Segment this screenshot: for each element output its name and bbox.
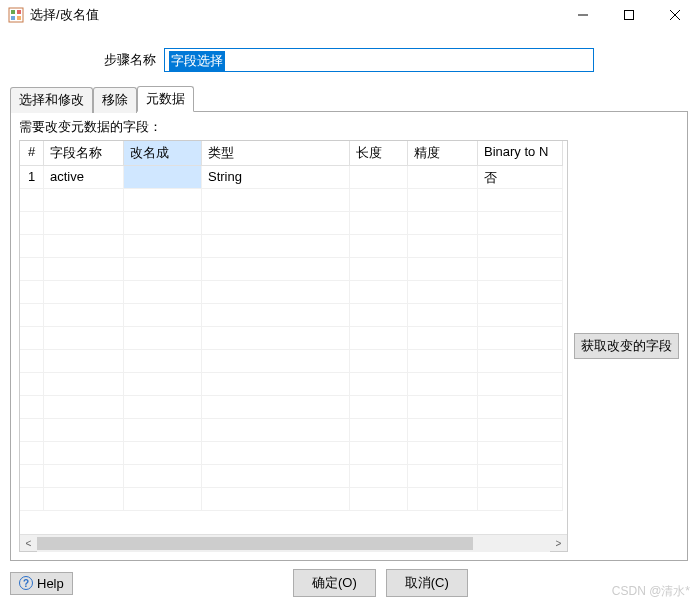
col-length[interactable]: 长度	[350, 141, 408, 166]
side-buttons: 获取改变的字段	[574, 140, 679, 552]
cell-precision[interactable]	[408, 166, 478, 189]
get-changed-fields-button[interactable]: 获取改变的字段	[574, 333, 679, 359]
scroll-right-icon[interactable]: >	[550, 535, 567, 552]
watermark: CSDN @清水*	[612, 583, 690, 600]
step-name-input[interactable]: 字段选择	[164, 48, 594, 72]
help-label: Help	[37, 576, 64, 591]
tab-metadata[interactable]: 元数据	[137, 86, 194, 112]
ok-button[interactable]: 确定(O)	[293, 569, 376, 597]
col-field-name[interactable]: 字段名称	[44, 141, 124, 166]
minimize-button[interactable]	[560, 0, 606, 30]
table-area: # 字段名称 改名成 类型 长度 精度 Binary to N 1 active	[19, 140, 679, 552]
table-row[interactable]: 1 active String 否	[20, 166, 567, 189]
svg-rect-1	[11, 10, 15, 14]
maximize-button[interactable]	[606, 0, 652, 30]
col-precision[interactable]: 精度	[408, 141, 478, 166]
help-button[interactable]: ? Help	[10, 572, 73, 595]
col-rename-to[interactable]: 改名成	[124, 141, 202, 166]
fields-table[interactable]: # 字段名称 改名成 类型 长度 精度 Binary to N 1 active	[19, 140, 568, 552]
svg-rect-6	[625, 10, 634, 19]
empty-rows: . . . . . . . . . . . . .	[20, 189, 567, 511]
help-icon: ?	[19, 576, 33, 590]
svg-rect-4	[17, 16, 21, 20]
col-binary[interactable]: Binary to N	[478, 141, 563, 166]
tabs-container: 选择和修改 移除 元数据 需要改变元数据的字段： # 字段名称 改名成 类型 长…	[10, 86, 688, 561]
titlebar: 选择/改名值	[0, 0, 698, 30]
scroll-left-icon[interactable]: <	[20, 535, 37, 552]
table-body: 1 active String 否 . . . .	[20, 166, 567, 534]
tab-select-modify[interactable]: 选择和修改	[10, 87, 93, 113]
table-header: # 字段名称 改名成 类型 长度 精度 Binary to N	[20, 141, 567, 166]
dialog-content: 步骤名称 字段选择 选择和修改 移除 元数据 需要改变元数据的字段： # 字段名…	[0, 30, 698, 561]
panel-description: 需要改变元数据的字段：	[19, 118, 679, 136]
tab-panel-metadata: 需要改变元数据的字段： # 字段名称 改名成 类型 长度 精度 Binary t…	[10, 111, 688, 561]
close-button[interactable]	[652, 0, 698, 30]
col-num[interactable]: #	[20, 141, 44, 166]
step-name-label: 步骤名称	[104, 51, 156, 69]
scroll-thumb[interactable]	[37, 537, 473, 550]
cell-field-name[interactable]: active	[44, 166, 124, 189]
cell-num[interactable]: 1	[20, 166, 44, 189]
window-controls	[560, 0, 698, 30]
scroll-track[interactable]	[37, 535, 550, 552]
step-name-row: 步骤名称 字段选择	[10, 48, 688, 72]
app-icon	[8, 7, 24, 23]
col-type[interactable]: 类型	[202, 141, 350, 166]
cancel-button[interactable]: 取消(C)	[386, 569, 468, 597]
tab-strip: 选择和修改 移除 元数据	[10, 86, 688, 112]
cell-rename-to[interactable]	[124, 166, 202, 189]
window-title: 选择/改名值	[30, 6, 560, 24]
horizontal-scrollbar[interactable]: < >	[20, 534, 567, 551]
bottom-bar: ? Help 确定(O) 取消(C)	[0, 561, 698, 605]
dialog-buttons: 确定(O) 取消(C)	[73, 569, 688, 597]
svg-rect-3	[11, 16, 15, 20]
cell-length[interactable]	[350, 166, 408, 189]
tab-remove[interactable]: 移除	[93, 87, 137, 113]
svg-rect-2	[17, 10, 21, 14]
cell-type[interactable]: String	[202, 166, 350, 189]
cell-binary[interactable]: 否	[478, 166, 563, 189]
